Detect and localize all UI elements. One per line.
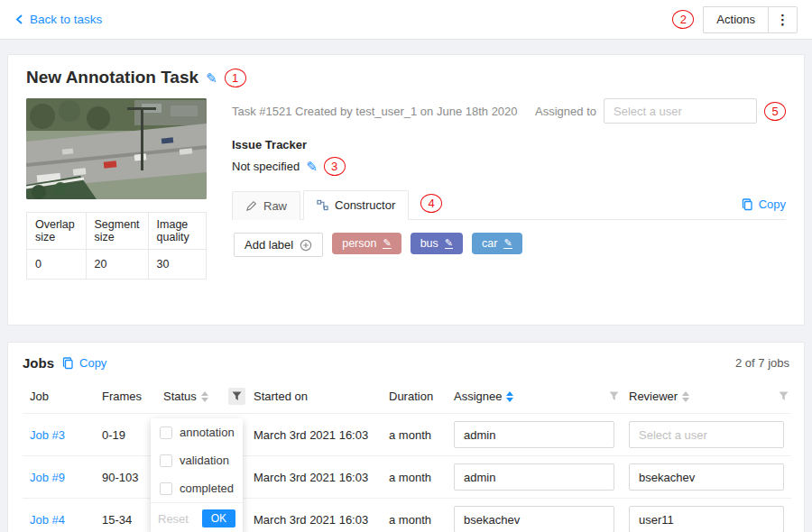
job-link[interactable]: Job #4 bbox=[30, 513, 65, 527]
tab-constructor[interactable]: Constructor bbox=[303, 190, 409, 220]
assignee-sort-icon[interactable] bbox=[506, 391, 513, 402]
col-reviewer-filter bbox=[768, 380, 791, 414]
issue-tracker-label: Issue Tracker bbox=[232, 138, 786, 151]
job-frames: 15-34 bbox=[95, 499, 156, 532]
param-value-quality: 30 bbox=[148, 250, 206, 280]
reviewer-sort-icon[interactable] bbox=[682, 391, 689, 402]
constructor-icon bbox=[317, 199, 328, 211]
label-chip-bus-name: bus bbox=[420, 237, 438, 250]
col-started-on: Started on bbox=[246, 380, 382, 414]
assignee-filter-icon[interactable] bbox=[605, 388, 622, 405]
copy-icon bbox=[62, 357, 74, 370]
annotation-circle-2: 2 bbox=[672, 10, 694, 29]
labels-copy-label: Copy bbox=[759, 197, 786, 211]
task-meta-text: Task #1521 Created by test_user_1 on Jun… bbox=[232, 105, 518, 118]
edit-label-person-icon: ✎ bbox=[383, 238, 391, 249]
param-header-segment: Segment size bbox=[86, 213, 148, 250]
param-value-segment: 20 bbox=[86, 250, 148, 280]
col-status-filter bbox=[221, 380, 246, 414]
job-started: March 3rd 2021 16:03 bbox=[246, 499, 382, 532]
job-duration: a month bbox=[382, 499, 447, 532]
label-chip-person-name: person bbox=[342, 237, 376, 250]
task-details-card: New Annotation Task ✎ 1 bbox=[7, 54, 805, 326]
kebab-icon: ⋮ bbox=[776, 12, 789, 27]
annotation-circle-5: 5 bbox=[764, 102, 786, 121]
param-value-overlap: 0 bbox=[27, 250, 87, 280]
edit-label-bus-icon: ✎ bbox=[445, 238, 453, 249]
tab-raw-label: Raw bbox=[263, 199, 287, 213]
filter-option-completed[interactable]: completed bbox=[151, 474, 243, 502]
topbar: Back to tasks 2 Actions ⋮ bbox=[0, 0, 812, 40]
param-header-quality: Image quality bbox=[148, 213, 206, 250]
plus-circle-icon bbox=[300, 239, 312, 252]
add-label-button[interactable]: Add label bbox=[234, 233, 323, 257]
job-duration: a month bbox=[382, 414, 447, 456]
job-reviewer-input[interactable] bbox=[629, 463, 784, 491]
filter-reset-button[interactable]: Reset bbox=[158, 512, 189, 526]
jobs-card: Jobs Copy 2 of 7 jobs Job Frames Status bbox=[7, 342, 805, 532]
actions-menu-button[interactable]: ⋮ bbox=[768, 6, 798, 33]
param-header-overlap: Overlap size bbox=[27, 213, 87, 250]
checkbox-validation[interactable] bbox=[160, 454, 172, 467]
col-duration: Duration bbox=[382, 380, 447, 414]
filter-option-validation[interactable]: validation bbox=[151, 446, 243, 474]
task-title: New Annotation Task bbox=[26, 68, 198, 87]
tab-raw[interactable]: Raw bbox=[232, 191, 300, 220]
status-sort-icon[interactable] bbox=[201, 391, 208, 402]
add-label-text: Add label bbox=[245, 238, 293, 252]
job-link[interactable]: Job #3 bbox=[30, 428, 65, 442]
job-duration: a month bbox=[382, 456, 447, 499]
status-filter-icon[interactable] bbox=[228, 388, 245, 405]
assigned-to-label: Assigned to bbox=[535, 105, 596, 118]
task-assignee-input[interactable] bbox=[604, 98, 757, 124]
edit-task-name-icon[interactable]: ✎ bbox=[206, 71, 217, 85]
job-started: March 3rd 2021 16:03 bbox=[246, 456, 382, 499]
chevron-left-icon bbox=[14, 14, 24, 25]
job-link[interactable]: Job #9 bbox=[30, 471, 65, 484]
col-status: Status bbox=[156, 380, 221, 414]
job-frames: 0-19 bbox=[95, 414, 156, 456]
edit-issue-tracker-icon[interactable]: ✎ bbox=[306, 160, 318, 173]
actions-button-group: Actions ⋮ bbox=[703, 6, 798, 33]
back-to-tasks-link[interactable]: Back to tasks bbox=[14, 13, 102, 26]
labels-copy-link[interactable]: Copy bbox=[742, 197, 786, 211]
col-job: Job bbox=[23, 380, 95, 414]
col-assignee: Assignee bbox=[447, 380, 598, 414]
job-row: Job #4 15-34 March 3rd 2021 16:03 a mont… bbox=[23, 499, 791, 532]
job-assignee-input[interactable] bbox=[454, 421, 614, 448]
annotation-circle-4: 4 bbox=[420, 194, 442, 213]
label-chip-person[interactable]: person ✎ bbox=[332, 233, 401, 254]
status-filter-dropdown: annotation validation completed Reset OK bbox=[151, 418, 243, 532]
jobs-header-row: Job Frames Status Started on Duration bbox=[23, 380, 791, 414]
task-parameters-table: Overlap size Segment size Image quality … bbox=[26, 212, 207, 280]
copy-icon bbox=[742, 198, 753, 211]
labels-tabs-bar: Raw Constructor 4 Copy bbox=[232, 190, 786, 220]
labels-constructor-panel: Add label person ✎ bus ✎ car ✎ bbox=[232, 220, 786, 307]
raw-pencil-icon bbox=[245, 200, 257, 212]
jobs-copy-label: Copy bbox=[79, 356, 106, 370]
filter-option-annotation[interactable]: annotation bbox=[151, 418, 243, 446]
job-assignee-input[interactable] bbox=[454, 463, 614, 491]
job-frames: 90-103 bbox=[95, 456, 156, 499]
job-reviewer-input[interactable] bbox=[629, 421, 784, 448]
task-thumbnail bbox=[26, 98, 207, 199]
job-started: March 3rd 2021 16:03 bbox=[246, 414, 382, 456]
actions-button[interactable]: Actions bbox=[703, 6, 768, 33]
checkbox-annotation[interactable] bbox=[160, 427, 172, 439]
reviewer-filter-icon[interactable] bbox=[775, 388, 791, 405]
label-chip-car[interactable]: car ✎ bbox=[472, 233, 522, 254]
filter-ok-button[interactable]: OK bbox=[202, 509, 235, 527]
job-row: Job #9 90-103 March 3rd 2021 16:03 a mon… bbox=[23, 456, 791, 499]
back-to-tasks-label: Back to tasks bbox=[30, 13, 102, 26]
label-chip-car-name: car bbox=[482, 237, 497, 250]
col-frames: Frames bbox=[95, 380, 156, 414]
job-reviewer-input[interactable] bbox=[629, 506, 784, 532]
jobs-copy-link[interactable]: Copy bbox=[62, 356, 106, 370]
job-assignee-input[interactable] bbox=[454, 506, 614, 532]
jobs-count: 2 of 7 jobs bbox=[735, 356, 789, 370]
checkbox-completed[interactable] bbox=[160, 482, 172, 495]
label-chip-bus[interactable]: bus ✎ bbox=[411, 233, 463, 254]
col-reviewer: Reviewer bbox=[622, 380, 768, 414]
edit-label-car-icon: ✎ bbox=[503, 238, 512, 249]
annotation-circle-3: 3 bbox=[324, 157, 346, 176]
